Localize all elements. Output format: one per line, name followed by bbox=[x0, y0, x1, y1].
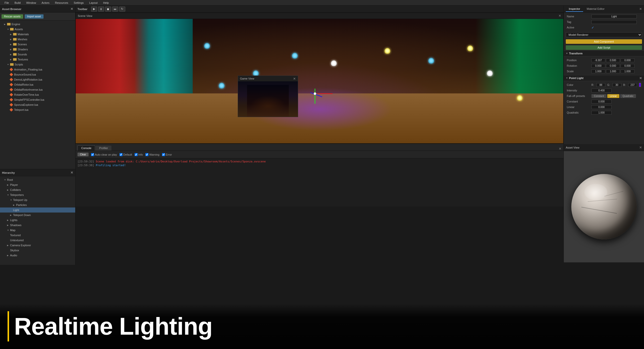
quadratic-input[interactable] bbox=[591, 111, 612, 115]
step-button[interactable]: ⏭ bbox=[112, 7, 118, 12]
info-check[interactable]: Info bbox=[135, 153, 143, 156]
scale-y[interactable] bbox=[606, 69, 620, 73]
tree-engine[interactable]: ▶ Engine bbox=[0, 22, 75, 27]
error-checkbox[interactable] bbox=[162, 153, 165, 156]
hier-textured[interactable]: Textured bbox=[0, 233, 75, 238]
refresh-button[interactable]: ↻ bbox=[119, 7, 125, 12]
scale-x[interactable] bbox=[591, 69, 605, 73]
hier-particles[interactable]: ▶ Particles bbox=[0, 202, 75, 207]
falloff-constant-btn[interactable]: Constant bbox=[591, 94, 607, 98]
tree-sounds[interactable]: ▶ Sounds bbox=[0, 52, 75, 57]
warning-checkbox[interactable] bbox=[145, 153, 148, 156]
asset-browser-close[interactable]: ✕ bbox=[70, 7, 73, 11]
pause-button[interactable]: ⏸ bbox=[98, 7, 104, 12]
light-icon-5[interactable] bbox=[383, 46, 392, 55]
falloff-linear-btn[interactable]: Linear bbox=[607, 94, 619, 98]
menu-window[interactable]: Window bbox=[24, 1, 38, 5]
error-check[interactable]: Error bbox=[162, 153, 172, 156]
model-renderer-select[interactable]: Model Renderer bbox=[566, 32, 642, 37]
hier-camera-explorer[interactable]: ▶ Camera Explorer bbox=[0, 243, 75, 248]
color-r-input[interactable] bbox=[596, 83, 605, 87]
hier-player[interactable]: ▶ Player bbox=[0, 182, 75, 187]
info-checkbox[interactable] bbox=[135, 153, 138, 156]
tree-scripts[interactable]: ▼ Scripts bbox=[0, 62, 75, 67]
tree-scenes[interactable]: ▶ Scenes bbox=[0, 42, 75, 47]
menu-build[interactable]: Build bbox=[12, 1, 23, 5]
tree-script-5[interactable]: RotateOverTime.lua bbox=[0, 92, 75, 97]
color-g-input[interactable] bbox=[613, 83, 621, 87]
tab-material-editor[interactable]: Material Editor bbox=[584, 6, 608, 12]
clear-button[interactable]: Clear bbox=[77, 153, 89, 156]
scale-z[interactable] bbox=[621, 69, 634, 73]
transform-section-header[interactable]: ▼ Transform bbox=[564, 50, 644, 56]
hier-untextured[interactable]: Untextured bbox=[0, 238, 75, 243]
inspector-close[interactable]: ✕ bbox=[639, 7, 642, 11]
auto-clear-checkbox[interactable] bbox=[91, 153, 94, 156]
tab-profiler[interactable]: Profiler bbox=[96, 146, 111, 151]
light-icon-0[interactable] bbox=[203, 41, 212, 50]
intensity-input[interactable] bbox=[591, 89, 612, 92]
tree-textures[interactable]: ▶ Textures bbox=[0, 57, 75, 62]
tree-script-0[interactable]: Animation_Floating.lua bbox=[0, 67, 75, 72]
tree-materials[interactable]: ▶ Materials bbox=[0, 32, 75, 37]
transform-gizmo[interactable] bbox=[305, 84, 325, 104]
linear-input[interactable] bbox=[591, 105, 612, 109]
tree-shaders[interactable]: ▶ Shaders bbox=[0, 47, 75, 52]
stop-button[interactable]: ⏹ bbox=[105, 7, 111, 12]
tree-script-3[interactable]: OrbitalRotor.lua bbox=[0, 82, 75, 87]
position-z[interactable] bbox=[621, 58, 634, 62]
import-button[interactable]: Import asset bbox=[25, 14, 44, 19]
rescan-button[interactable]: Rescan assets bbox=[2, 14, 23, 19]
hier-light[interactable]: Light bbox=[0, 207, 75, 213]
menu-resources[interactable]: Resources bbox=[53, 1, 71, 5]
position-x[interactable] bbox=[591, 58, 605, 62]
tag-input[interactable] bbox=[591, 20, 637, 24]
asset-view-close[interactable]: ✕ bbox=[639, 146, 642, 149]
tree-script-6[interactable]: SimpleFPSController.lua bbox=[0, 97, 75, 102]
hier-root[interactable]: ▼ Root bbox=[0, 177, 75, 182]
console-close[interactable]: ✕ bbox=[559, 147, 561, 151]
light-icon-3[interactable] bbox=[329, 59, 338, 68]
hier-colliders[interactable]: ▶ Colliders bbox=[0, 187, 75, 192]
play-button[interactable]: ▶ bbox=[91, 7, 97, 12]
scene-view-close[interactable]: ✕ bbox=[558, 14, 561, 18]
point-light-section-header[interactable]: ▼ Point Light ✕ bbox=[564, 75, 644, 81]
hierarchy-close[interactable]: ✕ bbox=[70, 171, 73, 174]
auto-clear-check[interactable]: Auto clear on play bbox=[91, 153, 117, 156]
add-script-button[interactable]: Add Script bbox=[566, 45, 642, 50]
add-component-button[interactable]: Add Component bbox=[566, 39, 642, 44]
default-checkbox[interactable] bbox=[119, 153, 123, 156]
rotation-y[interactable] bbox=[606, 64, 620, 68]
light-icon-4[interactable] bbox=[217, 81, 226, 90]
falloff-quadratic-btn[interactable]: Quadratic bbox=[620, 94, 636, 98]
color-b-input[interactable] bbox=[628, 83, 637, 87]
light-icon-1[interactable] bbox=[290, 51, 299, 60]
light-icon-6[interactable] bbox=[427, 56, 436, 65]
hier-teleport-down[interactable]: ▶ Teleport Down bbox=[0, 213, 75, 218]
tree-assets[interactable]: ▼ Assets bbox=[0, 27, 75, 32]
light-icon-9[interactable] bbox=[515, 93, 524, 102]
hier-audio[interactable]: ▶ Audio bbox=[0, 253, 75, 258]
warning-check[interactable]: Warning bbox=[145, 153, 159, 156]
light-icon-8[interactable] bbox=[485, 69, 494, 78]
default-check[interactable]: Default bbox=[119, 153, 132, 156]
hier-teleport-up[interactable]: ▼ Teleport Up bbox=[0, 197, 75, 202]
scene-background[interactable] bbox=[76, 19, 563, 143]
light-icon-7[interactable] bbox=[466, 44, 475, 53]
menu-settings[interactable]: Settings bbox=[71, 1, 86, 5]
menu-file[interactable]: File bbox=[2, 1, 12, 5]
name-input[interactable] bbox=[591, 15, 637, 18]
tree-script-2[interactable]: DemoLightRotation.lua bbox=[0, 77, 75, 82]
tree-meshes[interactable]: ▶ Meshes bbox=[0, 37, 75, 42]
tab-console[interactable]: Console bbox=[77, 145, 95, 151]
menu-help[interactable]: Help bbox=[101, 1, 111, 5]
tree-script-4[interactable]: OrbitalRotorInverse.lua bbox=[0, 87, 75, 92]
hier-lights[interactable]: ▶ Lights bbox=[0, 218, 75, 223]
rotation-z[interactable] bbox=[621, 64, 634, 68]
menu-actors[interactable]: Actors bbox=[39, 1, 52, 5]
hier-teleporters[interactable]: ▼ Teleporters bbox=[0, 192, 75, 197]
menu-layout[interactable]: Layout bbox=[87, 1, 100, 5]
hier-shadows[interactable]: ▶ Shadows bbox=[0, 223, 75, 228]
game-view-close[interactable]: ✕ bbox=[293, 77, 296, 81]
tree-script-8[interactable]: Teleport.lua bbox=[0, 107, 75, 112]
